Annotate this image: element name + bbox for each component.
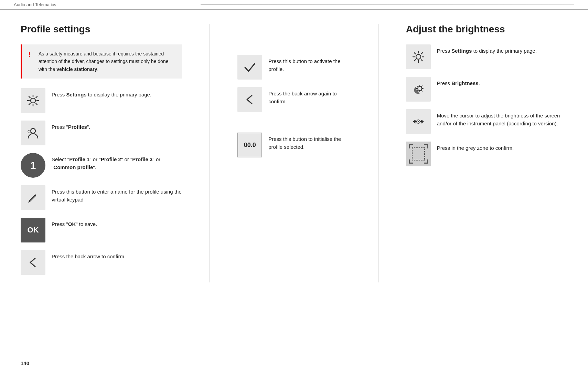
section-divider-left [210,24,210,282]
back-arrow-icon-2 [242,92,257,107]
svg-point-0 [31,98,35,103]
back-arrow-icon-1 [25,255,41,270]
profile-item-profiles: ? Press "Profiles". [21,121,182,145]
profile-back-text: Press the back arrow to confirm. [52,250,182,261]
profile-settings-text: Press Settings to display the primary pa… [52,88,182,99]
brightness-icon-box [406,77,431,102]
back-arrow-icon-box-2 [237,87,262,112]
ok-icon-box: OK [21,218,45,242]
svg-point-7 [418,121,419,122]
svg-point-1 [31,128,35,133]
checkmark-icon-box [237,55,262,80]
brightness-item-cursor: Move the cursor to adjust the brightness… [406,109,567,134]
svg-rect-10 [409,144,410,148]
number-badge: 1 [21,153,45,178]
middle-column: Press this button to activate the profil… [237,24,350,282]
header-title: Audio and Telematics [14,2,201,7]
brightness-item-brightness: Press Brightness. [406,77,567,102]
gear-icon-box-2 [406,44,431,69]
section-divider-right [378,24,378,282]
warning-icon: ! [28,50,34,59]
pencil-icon-box [21,185,45,210]
svg-rect-14 [409,159,410,164]
middle-item-display: 00.0 Press this button to initialise the… [237,133,350,157]
brightness-brightness-text: Press Brightness. [437,77,567,87]
checkmark-icon [242,60,257,75]
grey-zone-icon-box [406,142,431,166]
gear-icon-2 [411,49,426,64]
middle-activate-text: Press this button to activate the profil… [268,55,350,73]
profile-select-text: Select "Profile 1" or "Profile 2" or "Pr… [52,153,182,171]
profile-item-name: Press this button to enter a name for th… [21,185,182,210]
main-content: Profile settings ! As a safety measure a… [0,10,588,296]
brightness-item-settings: Press Settings to display the primary pa… [406,44,567,69]
middle-item-activate: Press this button to activate the profil… [237,55,350,80]
svg-rect-12 [427,144,428,148]
middle-display-text: Press this button to initialise the prof… [268,133,350,151]
top-bar-line [201,4,574,5]
profile-item-settings: Press Settings to display the primary pa… [21,88,182,113]
gear-icon [25,93,41,108]
brightness-item-greyzone: Press in the grey zone to confirm. [406,142,567,166]
brightness-greyzone-text: Press in the grey zone to confirm. [437,142,567,152]
warning-box: ! As a safety measure and because it req… [21,44,182,79]
gear-icon-box [21,88,45,113]
top-bar: Audio and Telematics [0,0,588,10]
back-arrow-icon-box-1 [21,250,45,275]
svg-rect-16 [427,159,428,164]
display-icon-box: 00.0 [237,133,262,157]
svg-point-5 [418,86,422,91]
grey-zone-icon [406,142,431,166]
brightness-icon [411,82,426,97]
brightness-settings-text: Press Settings to display the primary pa… [437,44,567,55]
middle-back-text: Press the back arrow again to confirm. [268,87,350,105]
profile-title: Profile settings [21,24,182,35]
profiles-icon: ? [25,125,41,141]
profile-name-text: Press this button to enter a name for th… [52,185,182,204]
svg-point-4 [416,54,421,59]
brightness-section: Adjust the brightness Press Settings to … [406,24,567,282]
page-number: 140 [21,360,29,366]
arrows-icon-box [406,109,431,134]
profile-profiles-text: Press "Profiles". [52,121,182,131]
profile-item-back: Press the back arrow to confirm. [21,250,182,275]
svg-text:?: ? [29,130,31,133]
pencil-icon [25,190,41,205]
profile-item-select: 1 Select "Profile 1" or "Profile 2" or "… [21,153,182,178]
warning-text: As a safety measure and because it requi… [39,50,176,73]
arrows-lr-icon [411,114,426,129]
brightness-cursor-text: Move the cursor to adjust the brightness… [437,109,567,127]
profiles-icon-box: ? [21,121,45,145]
middle-item-back: Press the back arrow again to confirm. [237,87,350,112]
brightness-title: Adjust the brightness [406,24,567,35]
profile-item-ok: OK Press "OK" to save. [21,218,182,242]
profile-ok-text: Press "OK" to save. [52,218,182,228]
profile-section: Profile settings ! As a safety measure a… [21,24,182,282]
